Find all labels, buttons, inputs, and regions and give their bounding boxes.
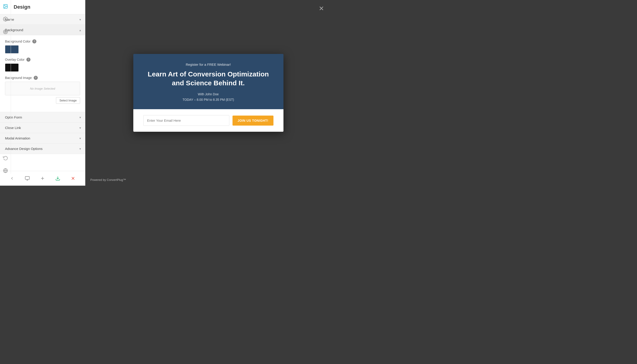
desktop-preview-button[interactable] bbox=[23, 174, 32, 182]
chevron-up-icon: ▴ bbox=[80, 28, 81, 32]
chevron-down-icon: ▾ bbox=[80, 136, 81, 140]
bg-image-field: Background Image ? No Image Selected Sel… bbox=[5, 76, 80, 104]
chevron-down-icon: ▾ bbox=[80, 18, 81, 22]
no-image-text: No Image Selected bbox=[30, 87, 55, 90]
section-animation-header[interactable]: Modal Animation ▾ bbox=[0, 133, 85, 144]
bg-image-help-icon[interactable]: ? bbox=[34, 76, 38, 80]
modal-top-section: Register for a FREE Webinar! Learn Art o… bbox=[133, 54, 284, 109]
chevron-down-icon: ▾ bbox=[80, 116, 81, 119]
target-icon[interactable] bbox=[2, 29, 9, 35]
sidebar: Design Name ▾ Background ▴ Background Co… bbox=[0, 0, 85, 186]
sidebar-header: Design bbox=[0, 0, 85, 14]
join-button[interactable]: JOIN US TONIGHT! bbox=[232, 116, 273, 126]
sidebar-icon-strip bbox=[0, 0, 11, 174]
modal-bottom-section: JOIN US TONIGHT! bbox=[133, 109, 284, 132]
chevron-down-icon: ▾ bbox=[80, 147, 81, 150]
bg-color-field: Background Color ? bbox=[5, 39, 80, 54]
sidebar-bottom-controls bbox=[0, 171, 85, 186]
back-button[interactable] bbox=[8, 174, 16, 182]
modal-presenter: With John Doe bbox=[143, 92, 274, 96]
delete-button[interactable] bbox=[69, 174, 77, 182]
globe-icon[interactable] bbox=[2, 168, 9, 174]
section-advance-header[interactable]: Advance Design Options ▾ bbox=[0, 144, 85, 154]
modal-time: TODAY – 8.00 PM to 8.35 PM (EST) bbox=[143, 98, 274, 102]
close-button[interactable]: ✕ bbox=[319, 6, 324, 12]
svg-rect-8 bbox=[25, 176, 29, 180]
history-icon[interactable] bbox=[2, 155, 9, 161]
section-optin-header[interactable]: Optin Form ▾ bbox=[0, 112, 85, 122]
image-placeholder: No Image Selected bbox=[5, 82, 80, 95]
background-section-content: Background Color ? Overlay Color ? Backg… bbox=[0, 35, 85, 112]
svg-point-2 bbox=[5, 18, 6, 20]
svg-point-1 bbox=[4, 5, 5, 6]
modal-subtitle: Register for a FREE Webinar! bbox=[143, 62, 274, 66]
svg-point-5 bbox=[5, 32, 6, 32]
chevron-down-icon: ▾ bbox=[80, 126, 81, 130]
svg-point-4 bbox=[4, 31, 6, 33]
bg-color-help-icon[interactable]: ? bbox=[32, 39, 36, 44]
email-input[interactable] bbox=[143, 115, 230, 126]
section-name-header[interactable]: Name ▾ bbox=[0, 14, 85, 25]
section-background-header[interactable]: Background ▴ bbox=[0, 25, 85, 35]
modal-title: Learn Art of Conversion Optimization and… bbox=[143, 70, 274, 87]
section-closelink-header[interactable]: Close Link ▾ bbox=[0, 122, 85, 133]
download-button[interactable] bbox=[54, 174, 62, 182]
gear-icon[interactable] bbox=[2, 16, 9, 22]
select-image-button[interactable]: Select Image bbox=[56, 97, 80, 104]
image-icon[interactable] bbox=[2, 3, 9, 10]
main-content: ✕ Register for a FREE Webinar! Learn Art… bbox=[85, 0, 331, 186]
overlay-color-help-icon[interactable]: ? bbox=[26, 58, 30, 62]
add-button[interactable] bbox=[38, 174, 47, 182]
page-title: Design bbox=[14, 4, 30, 10]
overlay-color-field: Overlay Color ? bbox=[5, 58, 80, 72]
modal-card: Register for a FREE Webinar! Learn Art o… bbox=[133, 54, 284, 132]
powered-by-text: Powered by ConvertPlug™ bbox=[90, 178, 126, 182]
